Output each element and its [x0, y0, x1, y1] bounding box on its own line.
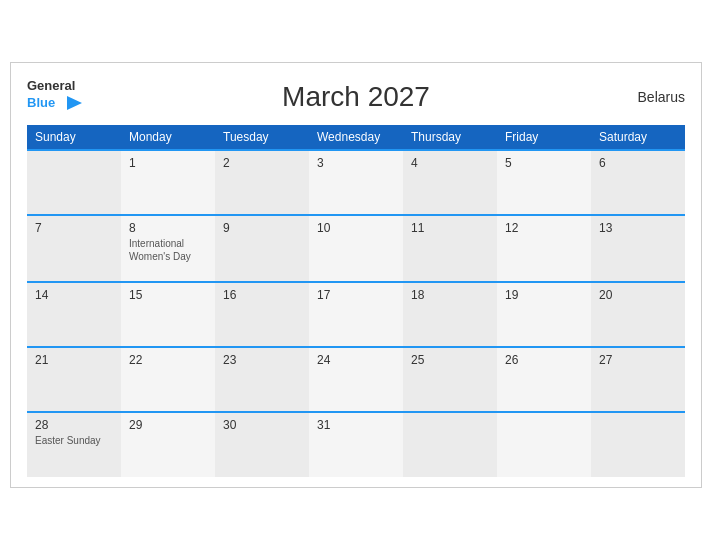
calendar-cell	[497, 412, 591, 477]
calendar-cell: 18	[403, 282, 497, 347]
calendar-cell: 22	[121, 347, 215, 412]
calendar-cell: 12	[497, 215, 591, 282]
day-number: 5	[505, 156, 583, 170]
calendar-cell: 14	[27, 282, 121, 347]
day-number: 4	[411, 156, 489, 170]
calendar-header: General Blue March 2027 Belarus	[27, 79, 685, 115]
day-number: 18	[411, 288, 489, 302]
calendar-title: March 2027	[87, 81, 625, 113]
calendar-cell	[27, 150, 121, 215]
svg-text:Blue: Blue	[27, 95, 55, 110]
calendar-cell: 7	[27, 215, 121, 282]
calendar-cell: 26	[497, 347, 591, 412]
calendar-week-row: 14151617181920	[27, 282, 685, 347]
day-number: 12	[505, 221, 583, 235]
calendar-cell: 5	[497, 150, 591, 215]
calendar-cell: 31	[309, 412, 403, 477]
calendar-cell: 3	[309, 150, 403, 215]
col-saturday: Saturday	[591, 125, 685, 150]
calendar-cell: 1	[121, 150, 215, 215]
weekday-header-row: Sunday Monday Tuesday Wednesday Thursday…	[27, 125, 685, 150]
col-thursday: Thursday	[403, 125, 497, 150]
calendar-cell: 30	[215, 412, 309, 477]
holiday-name: Easter Sunday	[35, 434, 113, 447]
day-number: 17	[317, 288, 395, 302]
calendar-cell: 20	[591, 282, 685, 347]
logo-text-line1: General	[27, 79, 87, 93]
calendar-cell: 29	[121, 412, 215, 477]
day-number: 9	[223, 221, 301, 235]
day-number: 27	[599, 353, 677, 367]
calendar-cell: 9	[215, 215, 309, 282]
day-number: 25	[411, 353, 489, 367]
calendar-cell: 27	[591, 347, 685, 412]
calendar-cell: 24	[309, 347, 403, 412]
calendar-cell: 8International Women's Day	[121, 215, 215, 282]
calendar-week-row: 21222324252627	[27, 347, 685, 412]
logo: General Blue	[27, 79, 87, 115]
day-number: 7	[35, 221, 113, 235]
day-number: 3	[317, 156, 395, 170]
day-number: 28	[35, 418, 113, 432]
calendar-week-row: 78International Women's Day910111213	[27, 215, 685, 282]
calendar-cell: 17	[309, 282, 403, 347]
day-number: 11	[411, 221, 489, 235]
day-number: 23	[223, 353, 301, 367]
calendar-cell	[403, 412, 497, 477]
calendar-cell: 6	[591, 150, 685, 215]
day-number: 10	[317, 221, 395, 235]
calendar-cell: 16	[215, 282, 309, 347]
day-number: 1	[129, 156, 207, 170]
day-number: 31	[317, 418, 395, 432]
calendar-cell	[591, 412, 685, 477]
day-number: 29	[129, 418, 207, 432]
holiday-name: International Women's Day	[129, 237, 207, 263]
calendar-cell: 25	[403, 347, 497, 412]
day-number: 13	[599, 221, 677, 235]
day-number: 24	[317, 353, 395, 367]
calendar-cell: 11	[403, 215, 497, 282]
calendar-cell: 21	[27, 347, 121, 412]
calendar-cell: 4	[403, 150, 497, 215]
calendar-cell: 23	[215, 347, 309, 412]
logo-text-line2: Blue	[27, 94, 87, 115]
day-number: 6	[599, 156, 677, 170]
col-monday: Monday	[121, 125, 215, 150]
country-name: Belarus	[625, 89, 685, 105]
calendar-cell: 28Easter Sunday	[27, 412, 121, 477]
day-number: 20	[599, 288, 677, 302]
day-number: 2	[223, 156, 301, 170]
day-number: 15	[129, 288, 207, 302]
calendar-container: General Blue March 2027 Belarus Sunday M…	[10, 62, 702, 488]
col-wednesday: Wednesday	[309, 125, 403, 150]
calendar-cell: 15	[121, 282, 215, 347]
col-friday: Friday	[497, 125, 591, 150]
day-number: 19	[505, 288, 583, 302]
day-number: 26	[505, 353, 583, 367]
day-number: 16	[223, 288, 301, 302]
day-number: 21	[35, 353, 113, 367]
col-tuesday: Tuesday	[215, 125, 309, 150]
col-sunday: Sunday	[27, 125, 121, 150]
day-number: 14	[35, 288, 113, 302]
calendar-grid: Sunday Monday Tuesday Wednesday Thursday…	[27, 125, 685, 477]
svg-marker-0	[67, 96, 82, 110]
day-number: 30	[223, 418, 301, 432]
calendar-week-row: 28Easter Sunday293031	[27, 412, 685, 477]
calendar-cell: 10	[309, 215, 403, 282]
calendar-cell: 2	[215, 150, 309, 215]
calendar-cell: 19	[497, 282, 591, 347]
day-number: 8	[129, 221, 207, 235]
day-number: 22	[129, 353, 207, 367]
calendar-week-row: 123456	[27, 150, 685, 215]
calendar-cell: 13	[591, 215, 685, 282]
